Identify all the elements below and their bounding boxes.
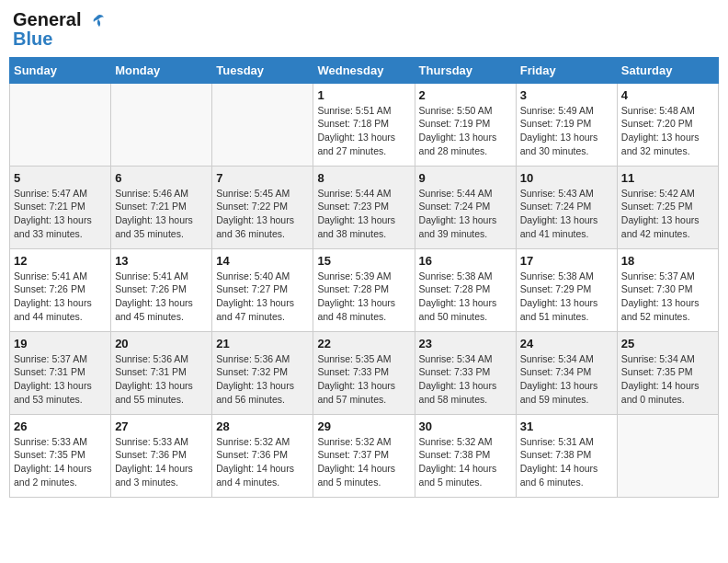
day-cell: 12Sunrise: 5:41 AMSunset: 7:26 PMDayligh… xyxy=(10,248,111,331)
day-cell: 25Sunrise: 5:34 AMSunset: 7:35 PMDayligh… xyxy=(617,331,718,414)
day-cell: 23Sunrise: 5:34 AMSunset: 7:33 PMDayligh… xyxy=(415,331,516,414)
day-number: 13 xyxy=(115,254,208,268)
day-cell: 6Sunrise: 5:46 AMSunset: 7:21 PMDaylight… xyxy=(111,166,212,248)
day-info: Sunrise: 5:37 AMSunset: 7:30 PMDaylight:… xyxy=(621,270,714,324)
day-number: 31 xyxy=(520,419,613,433)
day-number: 19 xyxy=(14,337,107,350)
weekday-header-friday: Friday xyxy=(516,57,617,83)
day-number: 6 xyxy=(115,171,208,185)
day-number: 2 xyxy=(419,88,512,102)
day-cell xyxy=(10,83,111,166)
day-info: Sunrise: 5:38 AMSunset: 7:29 PMDaylight:… xyxy=(520,270,613,324)
day-info: Sunrise: 5:48 AMSunset: 7:20 PMDaylight:… xyxy=(621,104,714,158)
weekday-header-monday: Monday xyxy=(111,57,212,83)
day-cell: 28Sunrise: 5:32 AMSunset: 7:36 PMDayligh… xyxy=(212,414,313,497)
day-cell: 2Sunrise: 5:50 AMSunset: 7:19 PMDaylight… xyxy=(415,83,516,166)
day-cell: 26Sunrise: 5:33 AMSunset: 7:35 PMDayligh… xyxy=(10,414,111,497)
day-info: Sunrise: 5:32 AMSunset: 7:38 PMDaylight:… xyxy=(419,435,512,489)
day-info: Sunrise: 5:44 AMSunset: 7:24 PMDaylight:… xyxy=(419,187,512,241)
day-number: 18 xyxy=(621,254,714,268)
day-number: 11 xyxy=(621,171,714,185)
day-number: 9 xyxy=(419,171,512,185)
day-info: Sunrise: 5:34 AMSunset: 7:35 PMDaylight:… xyxy=(621,352,714,407)
day-info: Sunrise: 5:45 AMSunset: 7:22 PMDaylight:… xyxy=(216,187,309,241)
page-header: General Blue xyxy=(9,9,719,50)
day-info: Sunrise: 5:46 AMSunset: 7:21 PMDaylight:… xyxy=(115,187,208,241)
day-number: 16 xyxy=(419,254,512,268)
day-cell: 18Sunrise: 5:37 AMSunset: 7:30 PMDayligh… xyxy=(617,248,718,331)
day-number: 3 xyxy=(520,88,613,102)
day-cell: 14Sunrise: 5:40 AMSunset: 7:27 PMDayligh… xyxy=(212,248,313,331)
day-number: 20 xyxy=(115,337,208,350)
weekday-header-row: SundayMondayTuesdayWednesdayThursdayFrid… xyxy=(10,57,719,83)
day-info: Sunrise: 5:34 AMSunset: 7:33 PMDaylight:… xyxy=(419,352,512,407)
day-info: Sunrise: 5:33 AMSunset: 7:35 PMDaylight:… xyxy=(14,435,107,489)
day-cell xyxy=(111,83,212,166)
day-number: 14 xyxy=(216,254,309,268)
day-number: 30 xyxy=(419,419,512,433)
day-cell: 29Sunrise: 5:32 AMSunset: 7:37 PMDayligh… xyxy=(313,414,415,497)
weekday-header-wednesday: Wednesday xyxy=(313,57,415,83)
weekday-header-saturday: Saturday xyxy=(617,57,718,83)
day-number: 7 xyxy=(216,171,309,185)
day-cell: 20Sunrise: 5:36 AMSunset: 7:31 PMDayligh… xyxy=(111,331,212,414)
day-number: 15 xyxy=(317,254,410,268)
day-cell: 16Sunrise: 5:38 AMSunset: 7:28 PMDayligh… xyxy=(415,248,516,331)
day-cell: 7Sunrise: 5:45 AMSunset: 7:22 PMDaylight… xyxy=(212,166,313,248)
day-number: 17 xyxy=(520,254,613,268)
bird-icon xyxy=(87,12,108,32)
day-number: 23 xyxy=(419,337,512,350)
day-info: Sunrise: 5:41 AMSunset: 7:26 PMDaylight:… xyxy=(14,270,107,324)
day-info: Sunrise: 5:36 AMSunset: 7:32 PMDaylight:… xyxy=(216,352,309,407)
day-cell: 11Sunrise: 5:42 AMSunset: 7:25 PMDayligh… xyxy=(617,166,718,248)
day-cell: 27Sunrise: 5:33 AMSunset: 7:36 PMDayligh… xyxy=(111,414,212,497)
day-cell: 8Sunrise: 5:44 AMSunset: 7:23 PMDaylight… xyxy=(313,166,415,248)
day-cell: 1Sunrise: 5:51 AMSunset: 7:18 PMDaylight… xyxy=(313,83,415,166)
day-number: 28 xyxy=(216,419,309,433)
day-info: Sunrise: 5:32 AMSunset: 7:37 PMDaylight:… xyxy=(317,435,410,489)
day-number: 10 xyxy=(520,171,613,185)
day-info: Sunrise: 5:39 AMSunset: 7:28 PMDaylight:… xyxy=(317,270,410,324)
day-info: Sunrise: 5:42 AMSunset: 7:25 PMDaylight:… xyxy=(621,187,714,241)
day-cell: 19Sunrise: 5:37 AMSunset: 7:31 PMDayligh… xyxy=(10,331,111,414)
day-number: 27 xyxy=(115,419,208,433)
day-number: 8 xyxy=(317,171,410,185)
logo: General Blue xyxy=(13,9,108,50)
day-cell xyxy=(617,414,718,497)
day-info: Sunrise: 5:43 AMSunset: 7:24 PMDaylight:… xyxy=(520,187,613,241)
day-cell: 30Sunrise: 5:32 AMSunset: 7:38 PMDayligh… xyxy=(415,414,516,497)
weekday-header-thursday: Thursday xyxy=(415,57,516,83)
logo-blue: Blue xyxy=(13,29,52,50)
day-cell: 15Sunrise: 5:39 AMSunset: 7:28 PMDayligh… xyxy=(313,248,415,331)
day-number: 21 xyxy=(216,337,309,350)
day-cell: 5Sunrise: 5:47 AMSunset: 7:21 PMDaylight… xyxy=(10,166,111,248)
day-info: Sunrise: 5:36 AMSunset: 7:31 PMDaylight:… xyxy=(115,352,208,407)
day-cell: 17Sunrise: 5:38 AMSunset: 7:29 PMDayligh… xyxy=(516,248,617,331)
day-number: 29 xyxy=(317,419,410,433)
calendar-table: SundayMondayTuesdayWednesdayThursdayFrid… xyxy=(9,57,719,498)
day-cell: 21Sunrise: 5:36 AMSunset: 7:32 PMDayligh… xyxy=(212,331,313,414)
week-row-5: 26Sunrise: 5:33 AMSunset: 7:35 PMDayligh… xyxy=(10,414,719,497)
day-info: Sunrise: 5:37 AMSunset: 7:31 PMDaylight:… xyxy=(14,352,107,407)
day-cell: 13Sunrise: 5:41 AMSunset: 7:26 PMDayligh… xyxy=(111,248,212,331)
day-cell: 22Sunrise: 5:35 AMSunset: 7:33 PMDayligh… xyxy=(313,331,415,414)
day-number: 1 xyxy=(317,88,410,102)
day-info: Sunrise: 5:31 AMSunset: 7:38 PMDaylight:… xyxy=(520,435,613,489)
day-info: Sunrise: 5:38 AMSunset: 7:28 PMDaylight:… xyxy=(419,270,512,324)
day-info: Sunrise: 5:49 AMSunset: 7:19 PMDaylight:… xyxy=(520,104,613,158)
day-cell: 10Sunrise: 5:43 AMSunset: 7:24 PMDayligh… xyxy=(516,166,617,248)
day-number: 5 xyxy=(14,171,107,185)
day-cell: 24Sunrise: 5:34 AMSunset: 7:34 PMDayligh… xyxy=(516,331,617,414)
week-row-4: 19Sunrise: 5:37 AMSunset: 7:31 PMDayligh… xyxy=(10,331,719,414)
day-number: 22 xyxy=(317,337,410,350)
day-info: Sunrise: 5:33 AMSunset: 7:36 PMDaylight:… xyxy=(115,435,208,489)
day-info: Sunrise: 5:51 AMSunset: 7:18 PMDaylight:… xyxy=(317,104,410,158)
day-cell: 31Sunrise: 5:31 AMSunset: 7:38 PMDayligh… xyxy=(516,414,617,497)
day-number: 4 xyxy=(621,88,714,102)
day-info: Sunrise: 5:40 AMSunset: 7:27 PMDaylight:… xyxy=(216,270,309,324)
day-info: Sunrise: 5:44 AMSunset: 7:23 PMDaylight:… xyxy=(317,187,410,241)
day-cell xyxy=(212,83,313,166)
day-info: Sunrise: 5:32 AMSunset: 7:36 PMDaylight:… xyxy=(216,435,309,489)
day-cell: 9Sunrise: 5:44 AMSunset: 7:24 PMDaylight… xyxy=(415,166,516,248)
day-info: Sunrise: 5:34 AMSunset: 7:34 PMDaylight:… xyxy=(520,352,613,407)
